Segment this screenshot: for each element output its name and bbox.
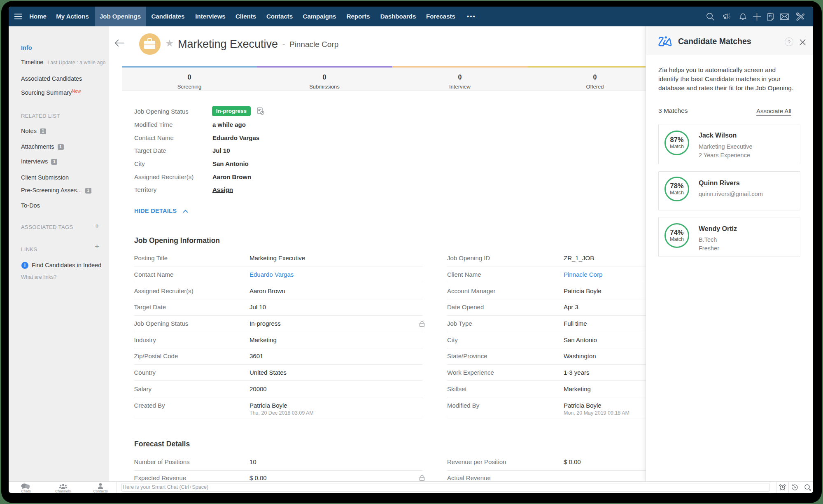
svg-text:31: 31: [768, 14, 772, 18]
